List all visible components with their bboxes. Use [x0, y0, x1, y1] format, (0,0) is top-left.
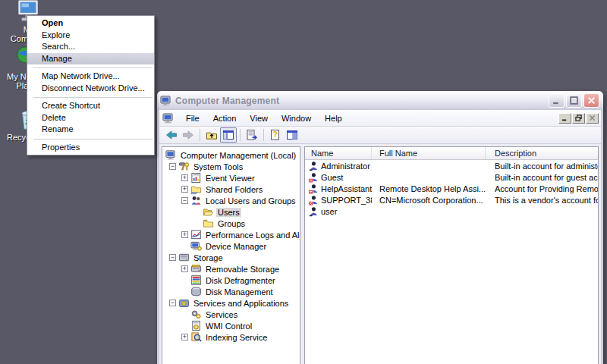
context-menu-separator [27, 64, 154, 71]
menu-window[interactable]: Window [275, 114, 318, 123]
tree-item-groups[interactable]: Groups [162, 218, 300, 229]
storage-icon [178, 252, 190, 263]
tree-label[interactable]: Services and Applications [192, 299, 290, 308]
user-row-guest[interactable]: GuestBuilt-in account for guest access t… [305, 171, 598, 183]
user-name: user [321, 207, 337, 216]
column-header-name[interactable]: Name [305, 147, 372, 159]
toolbar-show-hide-console-tree-button[interactable] [220, 127, 237, 143]
tree-item-computer-management-local[interactable]: Computer Management (Local) [162, 149, 300, 161]
context-menu-item-search[interactable]: Search... [27, 41, 154, 53]
tree-label[interactable]: Services [204, 310, 239, 319]
tree-label[interactable]: WMI Control [204, 322, 253, 331]
tree-item-disk-defragmenter[interactable]: Disk Defragmenter [162, 275, 300, 286]
mdi-close-button[interactable] [586, 113, 599, 124]
mdi-minimize-button[interactable] [558, 113, 571, 124]
menu-view[interactable]: View [243, 114, 275, 123]
tree-item-system-tools[interactable]: −System Tools [162, 161, 300, 172]
tree-expand-expand-box[interactable]: + [181, 334, 188, 340]
toolbar-show-hide-action-pane-button[interactable] [284, 127, 300, 143]
menu-help[interactable]: Help [318, 114, 349, 123]
tree-expand-collapse-box[interactable]: − [169, 300, 176, 306]
context-menu-item-map-network-drive[interactable]: Map Network Drive... [27, 71, 154, 83]
tree-label[interactable]: System Tools [192, 162, 244, 171]
user-row-administrator[interactable]: AdministratorBuilt-in account for admini… [305, 160, 598, 171]
tree-label[interactable]: Indexing Service [204, 333, 269, 342]
context-menu-item-properties[interactable]: Properties [27, 142, 154, 154]
maximize-button[interactable] [566, 93, 582, 108]
tree-item-disk-management[interactable]: Disk Management [162, 286, 300, 297]
context-menu-item-manage[interactable]: Manage [27, 53, 154, 65]
menu-file[interactable]: File [179, 114, 206, 123]
user-icon [308, 161, 319, 171]
tree-expand-collapse-box[interactable]: − [169, 163, 176, 170]
tree-label[interactable]: Disk Defragmenter [204, 276, 277, 285]
cell-name: HelpAssistant [305, 184, 372, 194]
tree-expand-expand-box[interactable]: + [181, 186, 188, 193]
user-row-helpassistant[interactable]: HelpAssistantRemote Desktop Help Assi...… [305, 183, 598, 194]
tree-item-indexing-service[interactable]: +Indexing Service [162, 331, 300, 343]
column-header-full-name[interactable]: Full Name [372, 147, 486, 159]
tree-label[interactable]: Groups [216, 219, 247, 228]
tree-label[interactable]: Storage [192, 253, 225, 262]
tree-item-wmi-control[interactable]: WMI Control [162, 320, 300, 331]
user-row-support-38[interactable]: SUPPORT_38...CN=Microsoft Corporation...… [305, 194, 598, 206]
tree-label[interactable]: Removable Storage [204, 265, 281, 274]
tree-expand-collapse-box[interactable]: − [181, 197, 188, 204]
removable-storage-icon [190, 263, 202, 275]
tree-item-removable-storage[interactable]: +Removable Storage [162, 263, 300, 275]
svg-text:?: ? [273, 130, 278, 139]
cell-name: Guest [305, 172, 372, 183]
toolbar-up-one-level-button[interactable] [203, 127, 220, 143]
cell-description: Account for Providing Remote Assis [486, 184, 598, 193]
tree-expand-collapse-box[interactable]: − [169, 254, 176, 261]
close-button[interactable] [583, 93, 599, 108]
context-menu-item-open[interactable]: Open [27, 17, 154, 30]
shared-folders-icon [190, 184, 202, 195]
console-tree-pane: Computer Management (Local)−System Tools… [162, 146, 300, 364]
minimize-button[interactable] [549, 93, 565, 108]
tree-label[interactable]: Shared Folders [204, 185, 264, 194]
tree-item-local-users-and-groups[interactable]: −Local Users and Groups [162, 195, 300, 206]
tree-label[interactable]: Local Users and Groups [204, 196, 297, 206]
tree-label[interactable]: Event Viewer [204, 174, 256, 183]
tree-expand-expand-box[interactable]: + [181, 231, 188, 238]
tree-label[interactable]: Performance Logs and Alerts [204, 231, 300, 240]
toolbar-back-button[interactable] [163, 127, 180, 143]
tree-item-services[interactable]: Services [162, 309, 300, 320]
context-menu-item-delete[interactable]: Delete [27, 112, 154, 124]
context-menu-item-rename[interactable]: Rename [27, 124, 154, 136]
cell-description: This is a vendor's account for the H [486, 196, 598, 205]
menu-action[interactable]: Action [206, 114, 244, 123]
toolbar-forward-button[interactable] [180, 127, 197, 143]
tree-item-services-and-applications[interactable]: −Services and Applications [162, 297, 300, 309]
tree-item-performance-logs-and-alerts[interactable]: +Performance Logs and Alerts [162, 229, 300, 240]
context-menu-item-create-shortcut[interactable]: Create Shortcut [27, 100, 154, 112]
tree-label[interactable]: Device Manager [204, 242, 268, 251]
tree-item-event-viewer[interactable]: +Event Viewer [162, 172, 300, 184]
tree-expand-expand-box[interactable]: + [181, 265, 188, 272]
mdi-restore-button[interactable] [572, 113, 585, 124]
list-rows: AdministratorBuilt-in account for admini… [305, 160, 598, 217]
context-menu-item-explore[interactable]: Explore [27, 30, 154, 42]
user-row-user[interactable]: user [305, 206, 598, 217]
tree-label[interactable]: Users [216, 208, 241, 217]
user-disabled-icon [308, 184, 319, 194]
toolbar-help-button[interactable]: ? [267, 127, 284, 143]
tree-item-users[interactable]: Users [162, 206, 300, 218]
tree-item-device-manager[interactable]: Device Manager [162, 240, 300, 252]
context-menu: OpenExploreSearch...ManageMap Network Dr… [27, 15, 155, 155]
system-menu-icon[interactable] [162, 112, 175, 124]
indexing-service-icon [190, 331, 202, 343]
tree-label[interactable]: Disk Management [204, 287, 275, 297]
tree-item-storage[interactable]: −Storage [162, 252, 300, 263]
tree-label[interactable]: Computer Management (Local) [179, 151, 297, 160]
context-menu-item-disconnect-network-drive[interactable]: Disconnect Network Drive... [27, 83, 154, 95]
window-titlebar[interactable]: Computer Management [157, 91, 603, 110]
column-header-description[interactable]: Description [486, 147, 598, 159]
toolbar-export-list-button[interactable] [244, 127, 260, 143]
cell-description: Built-in account for guest access to [486, 173, 598, 182]
tree-item-shared-folders[interactable]: +Shared Folders [162, 184, 300, 195]
tree-expand-expand-box[interactable]: + [181, 174, 188, 181]
services-apps-icon [178, 297, 190, 309]
window-title: Computer Management [175, 96, 547, 106]
